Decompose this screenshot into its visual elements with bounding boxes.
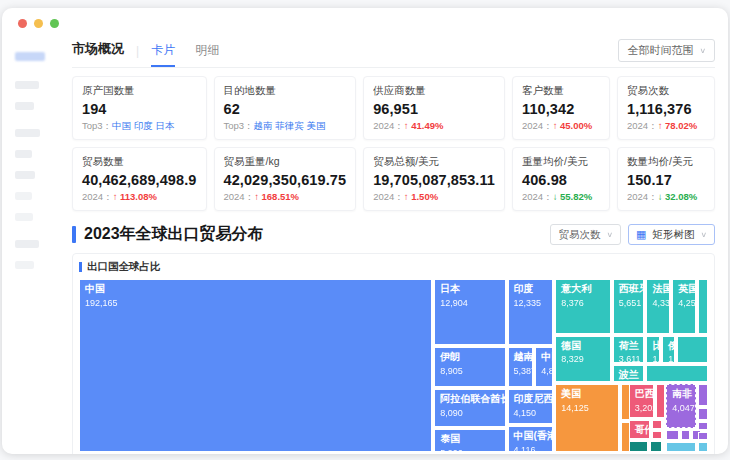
section-header: 2023年全球出口贸易分布 贸易次数 ∨ ▦ 矩形树图 ∨ bbox=[72, 224, 715, 245]
treemap-node-俄...[interactable]: 俄...1,.. bbox=[662, 336, 675, 363]
treemap-node-small[interactable] bbox=[652, 431, 662, 439]
kpi-label: 贸易重量/kg bbox=[224, 155, 347, 169]
kpi-card: 数量均价/美元150.172024：↓ 32.08% bbox=[617, 147, 715, 211]
kpi-footer-prefix: 2024： bbox=[82, 191, 113, 202]
sidebar-placeholder-item[interactable] bbox=[15, 261, 34, 269]
treemap-node-印度尼西亚[interactable]: 印度尼西亚4,150 bbox=[508, 389, 554, 424]
treemap-node-巴西[interactable]: 巴西3,202 bbox=[629, 384, 655, 418]
treemap-node-label: 南非 bbox=[672, 388, 693, 401]
treemap-node-small[interactable] bbox=[646, 365, 708, 382]
chevron-down-icon: ∨ bbox=[699, 47, 706, 55]
kpi-value: 62 bbox=[224, 101, 347, 117]
treemap-node-small[interactable] bbox=[656, 384, 665, 418]
kpi-value: 194 bbox=[82, 101, 197, 117]
sidebar bbox=[2, 38, 64, 454]
treemap-node-德国[interactable]: 德国8,329 bbox=[555, 336, 611, 382]
sidebar-placeholder-item[interactable] bbox=[15, 171, 35, 179]
kpi-label: 贸易次数 bbox=[627, 84, 705, 98]
treemap-node-small[interactable] bbox=[698, 442, 708, 452]
chart-type-select[interactable]: ▦ 矩形树图 ∨ bbox=[628, 224, 715, 245]
chart-type-select-label: 矩形树图 bbox=[652, 228, 694, 242]
treemap-node-label: 意大利 bbox=[561, 283, 608, 296]
treemap-node-中国[interactable]: 中国192,165 bbox=[79, 279, 432, 452]
kpi-value: 150.17 bbox=[627, 172, 705, 188]
sidebar-placeholder-item[interactable] bbox=[15, 240, 39, 248]
treemap-node-small[interactable] bbox=[666, 430, 679, 440]
treemap-node-small[interactable] bbox=[650, 441, 662, 452]
treemap-node-small[interactable] bbox=[698, 432, 708, 440]
tab-divider: | bbox=[136, 44, 139, 67]
kpi-card: 原产国数量194Top3：中国 印度 日本 bbox=[72, 76, 207, 140]
treemap-node-泰国[interactable]: 泰国5,906 bbox=[434, 429, 505, 452]
kpi-label: 原产国数量 bbox=[82, 84, 197, 98]
treemap-node-small[interactable] bbox=[666, 442, 696, 452]
time-range-select-label: 全部时间范围 bbox=[627, 43, 693, 58]
treemap-node-value: 5,906 bbox=[440, 448, 502, 453]
treemap-node-small[interactable] bbox=[652, 420, 662, 429]
kpi-footer-prefix: 2024： bbox=[224, 191, 255, 202]
treemap-node-中国(香港)[interactable]: 中国(香港)4,116 bbox=[508, 426, 554, 452]
zoom-window-button[interactable] bbox=[50, 19, 59, 28]
kpi-trend-down: ↓ 55.82% bbox=[553, 191, 593, 202]
tab-cards[interactable]: 卡片 bbox=[151, 42, 175, 67]
treemap-node-value: 8,329 bbox=[561, 354, 608, 364]
kpi-top3-links[interactable]: 越南 菲律宾 美国 bbox=[254, 120, 326, 131]
metric-select[interactable]: 贸易次数 ∨ bbox=[550, 224, 621, 245]
treemap-node-越南[interactable]: 越南5,387 bbox=[508, 347, 534, 387]
sidebar-placeholder-item[interactable] bbox=[15, 129, 40, 137]
sidebar-placeholder-item[interactable] bbox=[15, 102, 34, 110]
minimize-window-button[interactable] bbox=[34, 19, 43, 28]
treemap-node-value: 4,150 bbox=[514, 408, 551, 418]
treemap-node-small[interactable] bbox=[677, 336, 708, 363]
treemap-node-label: 俄... bbox=[668, 340, 672, 353]
kpi-label: 贸易数量 bbox=[82, 155, 197, 169]
treemap-node-label: 印度 bbox=[514, 283, 551, 296]
kpi-value: 110,342 bbox=[522, 101, 600, 117]
treemap-node-中国...[interactable]: 中国...4,895 bbox=[535, 347, 553, 387]
treemap-node-阿拉伯联合酋长国[interactable]: 阿拉伯联合酋长国8,090 bbox=[434, 389, 505, 427]
treemap-node-label: 中国(香港) bbox=[514, 430, 551, 443]
sidebar-placeholder-item[interactable] bbox=[15, 192, 32, 200]
treemap-node-哥伦...[interactable]: 哥伦... bbox=[629, 420, 651, 439]
treemap-node-日本[interactable]: 日本12,904 bbox=[434, 279, 505, 345]
close-window-button[interactable] bbox=[18, 19, 27, 28]
sidebar-placeholder-item[interactable] bbox=[15, 81, 39, 89]
treemap-node-small[interactable] bbox=[698, 279, 708, 334]
treemap-node-small[interactable] bbox=[681, 430, 690, 440]
treemap-node-small[interactable] bbox=[629, 441, 649, 452]
treemap-node-南非[interactable]: 南非4,047 bbox=[666, 384, 696, 428]
kpi-footer-prefix: 2024： bbox=[627, 191, 658, 202]
sidebar-placeholder-item[interactable] bbox=[15, 150, 32, 158]
chevron-down-icon: ∨ bbox=[606, 231, 613, 239]
treemap-node-英国[interactable]: 英国4,252 bbox=[672, 279, 696, 334]
kpi-trend-up: ↑ 78.02% bbox=[658, 120, 698, 131]
tab-details[interactable]: 明细 bbox=[195, 42, 219, 67]
treemap-node-label: 伊朗 bbox=[440, 351, 502, 364]
treemap-node-small[interactable] bbox=[698, 408, 708, 420]
treemap-node-value: 8,376 bbox=[561, 298, 608, 308]
sidebar-placeholder-item[interactable] bbox=[15, 213, 33, 221]
treemap-node-印度[interactable]: 印度12,335 bbox=[508, 279, 554, 345]
kpi-top3-links[interactable]: 中国 印度 日本 bbox=[112, 120, 174, 131]
treemap-node-美国[interactable]: 美国14,125 bbox=[555, 384, 618, 452]
treemap-node-波兰[interactable]: 波兰 bbox=[613, 365, 645, 382]
treemap-node-label: 荷兰 bbox=[619, 340, 642, 353]
treemap-node-label: 波兰 bbox=[619, 369, 642, 382]
treemap-node-伊朗[interactable]: 伊朗8,905 bbox=[434, 347, 505, 387]
treemap-node-法国[interactable]: 法国4,330 bbox=[646, 279, 670, 334]
treemap-node-西班牙[interactable]: 西班牙5,651 bbox=[613, 279, 645, 334]
treemap-node-label: 比... bbox=[652, 340, 657, 353]
kpi-footer: 2024：↑ 41.49% bbox=[373, 120, 495, 133]
treemap-node-意大利[interactable]: 意大利8,376 bbox=[555, 279, 611, 334]
treemap-node-small[interactable] bbox=[698, 422, 708, 430]
treemap-node-small[interactable] bbox=[698, 384, 708, 406]
kpi-label: 贸易总额/美元 bbox=[373, 155, 495, 169]
kpi-footer-prefix: Top3： bbox=[82, 120, 112, 131]
kpi-trend-up: ↑ 1.50% bbox=[404, 191, 438, 202]
treemap-node-比...[interactable]: 比...1,9.. bbox=[646, 336, 660, 363]
treemap-node-荷兰[interactable]: 荷兰3,611 bbox=[613, 336, 645, 363]
time-range-select[interactable]: 全部时间范围 ∨ bbox=[618, 39, 715, 62]
kpi-footer-prefix: 2024： bbox=[373, 191, 404, 202]
treemap-node-value: 14,125 bbox=[561, 403, 615, 413]
kpi-trend-down: ↓ 32.08% bbox=[658, 191, 698, 202]
